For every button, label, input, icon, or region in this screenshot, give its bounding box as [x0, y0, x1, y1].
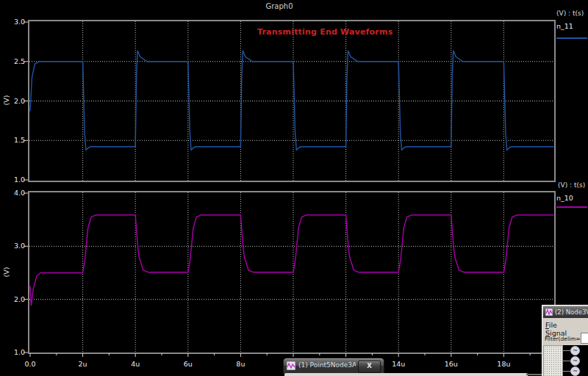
legend-line-bottom — [556, 206, 587, 208]
signal-panel: ~ ~ ~ ~ — [543, 345, 588, 376]
x-tick-label: 8u — [236, 360, 245, 368]
signal-window-title: (2) Node3Var... — [555, 308, 588, 316]
plot-annotation: Transmitting End Waveforms — [257, 27, 392, 37]
trace-n_11 — [30, 51, 553, 151]
close-icon: X — [367, 362, 372, 369]
waveform-window-icon — [287, 361, 295, 370]
trace-n_10 — [30, 215, 553, 306]
y-tick-label: 1.0 — [14, 348, 25, 356]
x-tick-label: 4u — [131, 360, 140, 368]
screen: Graph0 3.02.52.01.51.04.03.02.01.00.02u4… — [0, 0, 588, 376]
wire — [563, 350, 570, 351]
x-tick-label: 0.0 — [24, 360, 35, 368]
x-tick-label: 14u — [392, 360, 405, 368]
legend-signal-bottom[interactable]: n_10 — [556, 194, 573, 202]
signal-window-titlebar[interactable]: (2) Node3Var... — [543, 306, 588, 318]
legend-header-top: (V) : t(s) — [556, 10, 584, 17]
plot-window-title: (1) Point5Node3AWG1... — [298, 361, 356, 369]
legend-signal-top[interactable]: n_11 — [556, 22, 573, 30]
signal-window-icon — [545, 308, 553, 316]
y-tick-label: 3.0 — [14, 18, 25, 26]
x-tick-label: 2u — [79, 360, 87, 368]
schematic-row: ~ — [562, 345, 588, 355]
x-axis: 0.02u4u6u8u10u12u14u16u18u — [24, 353, 530, 368]
ac-source-icon[interactable]: ~ — [570, 356, 580, 366]
close-button[interactable]: X — [358, 361, 381, 373]
schematic-row: ~ — [562, 355, 588, 366]
x-tick-label: 18u — [497, 360, 510, 368]
x-tick-label: 16u — [445, 360, 458, 368]
filter-input[interactable] — [581, 333, 588, 344]
wire — [563, 361, 570, 361]
wire — [563, 371, 570, 372]
legend-header-bottom: (V) : t(s) — [558, 181, 585, 189]
x-tick-label: 6u — [184, 360, 193, 368]
legend-line-top — [556, 37, 587, 39]
y-tick-label: 2.0 — [14, 97, 25, 105]
ac-source-icon[interactable]: ~ — [570, 346, 580, 355]
y-tick-label: 3.0 — [14, 242, 25, 250]
menu-file[interactable]: File — [545, 321, 557, 329]
y-tick-label: 2.5 — [14, 57, 25, 65]
y-tick-label: 1.0 — [14, 176, 25, 184]
schematic-strip: ~ ~ ~ ~ — [562, 345, 588, 376]
bottom-panel: 4.03.02.01.0 — [14, 189, 555, 356]
top-panel: 3.02.52.01.51.0 — [14, 18, 555, 184]
y-axis-label-bottom: (V) — [2, 267, 10, 278]
plot-window-titlebar[interactable]: (1) Point5Node3AWG1... X — [283, 358, 384, 374]
schematic-row: ~ — [562, 366, 588, 376]
y-tick-label: 2.0 — [14, 295, 25, 303]
signal-window: (2) Node3Var... File Signal Filter(delim… — [542, 305, 588, 376]
y-tick-label: 4.0 — [14, 189, 25, 197]
plot-canvas: 3.02.52.01.51.04.03.02.01.00.02u4u6u8u10… — [0, 0, 588, 376]
plot-window-body-edge — [284, 373, 528, 376]
signal-list-area — [543, 345, 562, 376]
y-axis-label-top: (V) — [2, 95, 10, 106]
y-tick-label: 1.5 — [14, 136, 25, 144]
ac-source-icon[interactable]: ~ — [570, 366, 580, 376]
